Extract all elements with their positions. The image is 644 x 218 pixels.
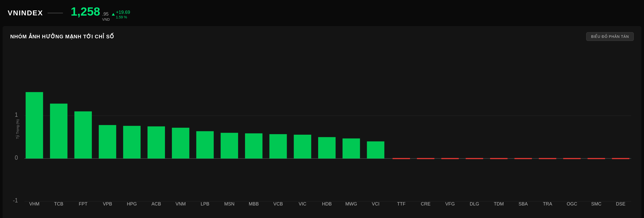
svg-text:MBB: MBB bbox=[249, 201, 259, 206]
svg-text:DLG: DLG bbox=[470, 201, 479, 206]
svg-text:TRA: TRA bbox=[543, 201, 552, 206]
bar-ACB[interactable] bbox=[148, 127, 165, 159]
arrow-up-icon bbox=[112, 13, 115, 16]
index-change-pct: 1.59 % bbox=[116, 15, 130, 19]
index-change: +19.69 bbox=[116, 10, 130, 15]
chart-svg: 1 0 -1 VHM TCB FPT VPB HPG bbox=[10, 46, 634, 212]
svg-text:VHM: VHM bbox=[29, 201, 39, 206]
bar-VNM[interactable] bbox=[172, 128, 189, 159]
header: VNINDEX 1,258 .95 VND +19.69 1.59 % bbox=[0, 0, 644, 26]
bar-VCI[interactable] bbox=[367, 141, 384, 158]
svg-text:HDB: HDB bbox=[322, 201, 332, 206]
bar-MBB[interactable] bbox=[245, 133, 262, 159]
svg-text:VPB: VPB bbox=[103, 201, 112, 206]
index-name: VNINDEX bbox=[8, 9, 43, 17]
bar-MSN[interactable] bbox=[221, 133, 238, 159]
svg-text:VIC: VIC bbox=[299, 201, 306, 206]
bar-VCB[interactable] bbox=[269, 134, 287, 158]
index-change-group: +19.69 1.59 % bbox=[112, 10, 130, 19]
svg-text:LPB: LPB bbox=[201, 201, 209, 206]
index-sub: .95 VND bbox=[102, 12, 110, 21]
scatter-btn[interactable]: BIỂU ĐỒ PHÂN TÁN bbox=[586, 32, 634, 41]
chart-title: NHÓM ẢNH HƯỞNG MẠNH TỚI CHỈ SỐ bbox=[10, 33, 114, 40]
bar-TCB[interactable] bbox=[50, 104, 68, 158]
chart-area: Tỷ Trọng (%) 1 0 -1 VHM TCB FPT bbox=[10, 46, 634, 212]
svg-text:VFG: VFG bbox=[445, 201, 455, 206]
vnindex-label: VNINDEX bbox=[8, 9, 63, 17]
bar-VHM[interactable] bbox=[26, 92, 43, 158]
bar-VPB[interactable] bbox=[99, 125, 116, 158]
svg-text:0: 0 bbox=[15, 154, 18, 161]
svg-text:DSE: DSE bbox=[616, 201, 625, 206]
bar-HPG[interactable] bbox=[123, 126, 140, 158]
svg-text:TDM: TDM bbox=[494, 201, 504, 206]
index-vnd: VND bbox=[102, 17, 110, 21]
svg-text:1: 1 bbox=[15, 111, 18, 118]
bar-MWG[interactable] bbox=[342, 139, 360, 159]
svg-text:MWG: MWG bbox=[345, 201, 357, 206]
svg-text:VNM: VNM bbox=[175, 201, 186, 206]
index-points: .95 bbox=[102, 12, 110, 17]
svg-text:SBA: SBA bbox=[519, 201, 528, 206]
index-value: 1,258 bbox=[71, 5, 100, 18]
svg-text:MSN: MSN bbox=[224, 201, 235, 206]
svg-text:TTF: TTF bbox=[397, 201, 405, 206]
svg-text:VCI: VCI bbox=[372, 201, 380, 206]
svg-text:-1: -1 bbox=[13, 197, 18, 204]
bar-FPT[interactable] bbox=[74, 111, 92, 159]
svg-text:VCB: VCB bbox=[273, 201, 283, 206]
svg-text:HPG: HPG bbox=[127, 201, 137, 206]
svg-text:SMC: SMC bbox=[591, 201, 601, 206]
svg-text:CRE: CRE bbox=[421, 201, 430, 206]
svg-text:TCB: TCB bbox=[54, 201, 63, 206]
chart-section: NHÓM ẢNH HƯỞNG MẠNH TỚI CHỈ SỐ BIỂU ĐỒ P… bbox=[3, 26, 641, 218]
chart-header: NHÓM ẢNH HƯỞNG MẠNH TỚI CHỈ SỐ BIỂU ĐỒ P… bbox=[10, 32, 634, 41]
svg-text:ACB: ACB bbox=[151, 201, 161, 206]
bar-VIC[interactable] bbox=[294, 135, 311, 158]
bar-LPB[interactable] bbox=[196, 131, 214, 158]
svg-text:OGC: OGC bbox=[567, 201, 577, 206]
bar-HDB[interactable] bbox=[318, 137, 336, 158]
svg-text:FPT: FPT bbox=[79, 201, 87, 206]
